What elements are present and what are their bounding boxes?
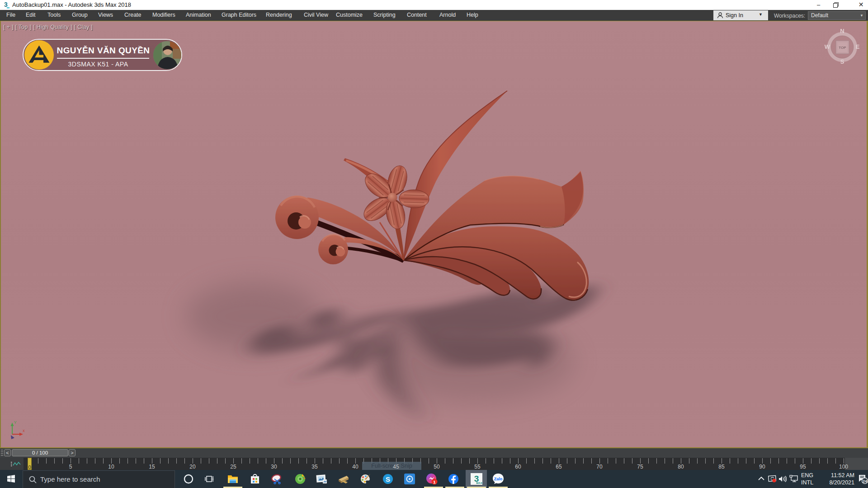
svg-text:3: 3	[4, 1, 8, 8]
svg-text:1: 1	[433, 479, 436, 484]
svg-text:MAX: MAX	[476, 482, 482, 484]
svg-text:24: 24	[863, 479, 867, 483]
svg-text:S: S	[386, 475, 390, 483]
svg-text:Zalo: Zalo	[494, 477, 503, 481]
